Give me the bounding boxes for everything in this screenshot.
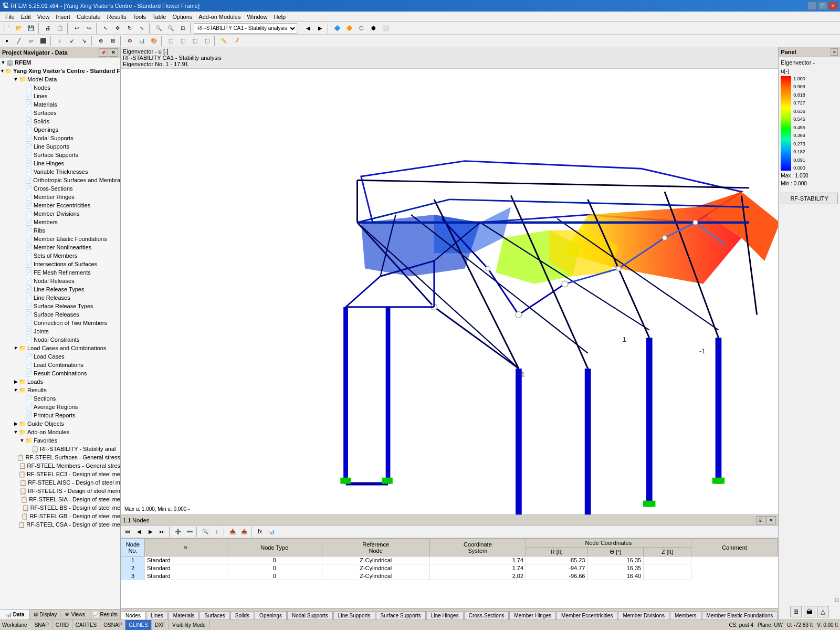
project-tree[interactable]: ▼🏢RFEM▼📁Yang Xing Visitor's Centre - Sta… [0,58,120,609]
tb2-view4[interactable]: ⬚ [201,36,213,46]
menu-item-table[interactable]: Table [149,12,169,22]
data-table[interactable]: NodeNo. B Node Type ReferenceNode Coordi… [121,538,778,608]
tb2-load2[interactable]: ↙ [66,36,78,46]
tree-toggle-rfsteelgb[interactable] [17,513,21,519]
tree-item-ribs[interactable]: 📄Ribs [0,226,120,235]
tree-item-favorites[interactable]: ▼📁Favorites [0,436,120,445]
tree-toggle-resultcombinations[interactable] [19,370,25,376]
tree-item-loadcasesitem[interactable]: 📄Load Cases [0,352,120,361]
cell-row1-col2[interactable]: 0 [227,556,322,564]
tree-toggle-results[interactable]: ▼ [13,387,19,393]
menu-item-window[interactable]: Window [244,12,270,22]
menu-item-results[interactable]: Results [104,12,130,22]
tree-toggle-surfacesupports[interactable] [19,152,25,158]
tree-toggle-surfaces[interactable] [19,110,25,116]
tree-item-guideobjects[interactable]: ▶📁Guide Objects [0,419,120,428]
cell-row2-col3[interactable]: Z-Cylindrical [322,564,429,572]
tb2-results[interactable]: 📊 [136,36,148,46]
tree-item-rfsteelis[interactable]: 📋RF-STEEL IS - Design of steel mem [0,487,120,495]
cell-row3-col3[interactable]: Z-Cylindrical [322,572,429,580]
status-item-glines[interactable]: GLINES [125,620,152,631]
status-item-osnap[interactable]: OSNAP [100,620,125,631]
tree-toggle-loadcasesitem[interactable] [19,353,25,360]
tab-results[interactable]: 📈 Results [90,610,120,620]
tree-toggle-linereleases[interactable] [19,295,25,301]
tb-new[interactable]: 📄 [1,23,13,34]
tree-toggle-rfem[interactable]: ▼ [0,59,6,66]
menu-item-tools[interactable]: Tools [129,12,149,22]
tree-item-loadcases[interactable]: ▼📁Load Cases and Combinations [0,344,120,352]
tree-item-surfaces[interactable]: 📄Surfaces [0,109,120,117]
tree-item-memberdivisions[interactable]: 📄Member Divisions [0,209,120,218]
tree-item-connectiontwomembers[interactable]: 📄Connection of Two Members [0,319,120,327]
bottom-tab-nodes[interactable]: Nodes [121,611,145,620]
3d-viewport[interactable]: 1 -1 -1 Max u: 1.000, Min u: 0.000 - [121,69,778,514]
tree-item-surfacesupports[interactable]: 📄Surface Supports [0,151,120,159]
tree-item-sections[interactable]: 📄Sections [0,394,120,403]
tb2-solid[interactable]: ⬛ [37,36,49,46]
tree-item-rfem[interactable]: ▼🏢RFEM [0,58,120,67]
status-item-dxf[interactable]: DXF [152,620,169,631]
tree-toggle-loadcases[interactable]: ▼ [13,345,19,351]
tree-toggle-linereleasetypes[interactable] [19,286,25,292]
tree-toggle-nodalreleases[interactable] [19,278,25,284]
bt-import[interactable]: 📥 [227,527,238,537]
tree-item-rfsteelgb[interactable]: 📋RF-STEEL GB - Design of steel me [0,512,120,520]
tb-print2[interactable]: 📋 [54,23,66,34]
menu-item-insert[interactable]: Insert [52,12,74,22]
tree-toggle-surfacereleases[interactable] [19,311,25,318]
tb2-surface[interactable]: ▱ [25,36,37,46]
status-item-visibility-mode[interactable]: Visibility Mode [169,620,209,631]
tree-toggle-memberhinges[interactable] [19,194,25,200]
cell-row2-col7[interactable] [644,564,691,572]
tree-toggle-ribs[interactable] [19,227,25,234]
tree-item-addonmodules[interactable]: ▼📁Add-on Modules [0,428,120,436]
tree-item-nodalconstraints[interactable]: 📄Nodal Constraints [0,335,120,344]
panel-table-icon[interactable]: ⊞ [790,606,802,617]
tree-toggle-modeldata[interactable]: ▼ [13,76,19,82]
tree-toggle-membereccentricities[interactable] [19,202,25,208]
tree-toggle-printoutreports[interactable] [19,412,25,418]
bottom-tab-line-supports[interactable]: Line Supports [333,611,375,620]
cell-row1-col1[interactable]: Standard [145,556,227,564]
bottom-tab-members[interactable]: Members [670,611,701,620]
minimize-button[interactable]: — [807,2,817,10]
tree-item-memberelastic[interactable]: 📄Member Elastic Foundations [0,235,120,243]
status-item-snap[interactable]: SNAP [32,620,52,631]
tb-fit[interactable]: ⊡ [177,23,188,34]
tree-item-averageregions[interactable]: 📄Average Regions [0,403,120,411]
bt-last[interactable]: ⏭ [156,527,168,537]
bottom-panel-float[interactable]: ◱ [756,516,765,524]
tree-toggle-loadcombinations[interactable] [19,362,25,368]
cell-row1-col5[interactable]: -85.23 [526,556,587,564]
tree-toggle-setsofmembers[interactable] [19,253,25,259]
tree-item-orthotropic[interactable]: 📄Orthotropic Surfaces and Membra [0,176,120,184]
table-row[interactable]: 1Standard0Z-Cylindrical1.74-85.2316.35 [121,556,778,564]
tree-toggle-solids[interactable] [19,118,25,124]
tb-zoom-in[interactable]: 🔍 [153,23,164,34]
tb2-node[interactable]: ● [1,36,13,46]
tb-prev[interactable]: ◀ [302,23,314,34]
tb-print[interactable]: 🖨 [42,23,54,34]
tree-toggle-femeshrefinements[interactable] [19,269,25,276]
tree-item-linereleases[interactable]: 📄Line Releases [0,293,120,302]
tree-item-setsofmembers[interactable]: 📄Sets of Members [0,251,120,260]
tree-toggle-linesupports[interactable] [19,143,25,150]
tb-render2[interactable]: 🔶 [343,23,355,34]
tb-save[interactable]: 💾 [25,23,37,34]
cell-row1-col4[interactable]: 1.74 [429,556,526,564]
bottom-tab-cross-sections[interactable]: Cross-Sections [464,611,509,620]
cell-row3-col6[interactable]: 16.40 [587,572,644,580]
tree-item-joints[interactable]: 📄Joints [0,327,120,335]
tree-toggle-rfsteelbs[interactable] [17,505,22,511]
tree-toggle-openings[interactable] [19,127,25,133]
table-row[interactable]: 2Standard0Z-Cylindrical1.74-94.7716.35 [121,564,778,572]
tree-item-solids[interactable]: 📄Solids [0,117,120,125]
tree-item-rfsteelmembers[interactable]: 📋RF-STEEL Members - General stres [0,461,120,470]
tree-toggle-favorites[interactable]: ▼ [19,437,25,444]
tree-toggle-members[interactable] [19,219,25,225]
tree-item-nodalreleases[interactable]: 📄Nodal Releases [0,277,120,285]
tb-render4[interactable]: ⬢ [368,23,379,34]
rf-stability-button[interactable]: RF-STABILITY [781,193,838,204]
bottom-tab-member-hinges[interactable]: Member Hinges [509,611,556,620]
